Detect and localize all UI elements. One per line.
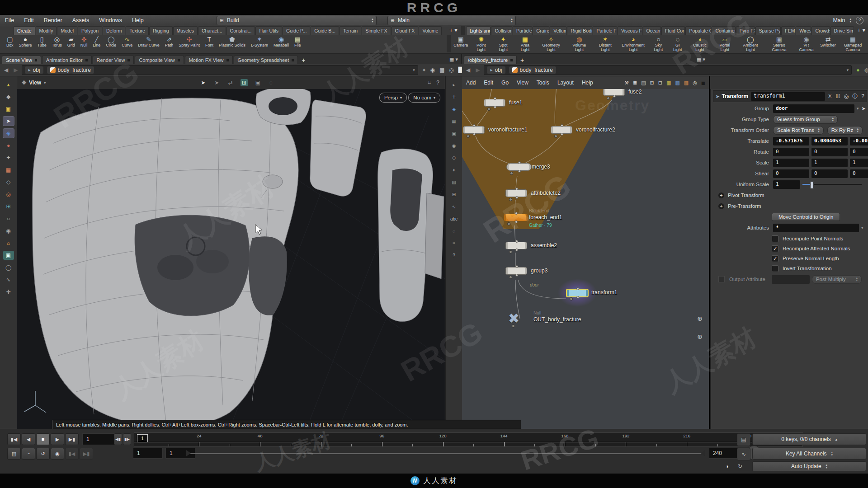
node-flag[interactable] — [509, 276, 512, 279]
add-view-icon[interactable]: ✚ — [3, 287, 14, 296]
shelf-tab[interactable]: Vellum — [550, 26, 566, 35]
pose-icon[interactable]: ⇄ — [227, 79, 234, 86]
uniform-scale-slider[interactable] — [802, 184, 862, 185]
prev-key-button[interactable]: ▮◀ — [65, 448, 79, 460]
orbit-icon[interactable]: ◯ — [3, 263, 14, 272]
translate-z-field[interactable]: -0.00339394 — [850, 137, 868, 145]
stop-button[interactable]: ■ — [36, 433, 50, 445]
transform-order-dropdown[interactable]: Scale Rot Trans ▴ ▾ — [773, 126, 824, 135]
network-editor[interactable]: Geometry fuse1 fuse2 — [462, 89, 709, 436]
shelf-tool[interactable]: ◯ Ambient Light — [736, 35, 764, 52]
scale-z-field[interactable]: 1 — [850, 159, 868, 167]
menu-item[interactable]: Help — [127, 17, 149, 23]
auto-update-selector[interactable]: Auto Update ▴ ▾ — [752, 461, 866, 471]
houdini-badge-icon[interactable]: ℍ — [836, 93, 840, 99]
shelf-tool[interactable]: ▢ Box — [4, 35, 16, 52]
fuse1[interactable]: fuse1 — [484, 99, 505, 107]
node-flag[interactable] — [509, 250, 512, 253]
add-shelf-tab-button[interactable]: + ▾ — [854, 26, 868, 35]
menu-item[interactable]: Go — [497, 80, 513, 86]
shelf-tab[interactable]: Container... — [712, 26, 735, 35]
layout-selector[interactable]: ⊕ Main ▴ ▾ — [387, 16, 516, 25]
global-start-field[interactable]: 1 — [133, 448, 163, 459]
foreach_end1[interactable]: Block End foreach_end1 Gather · 79 — [504, 214, 528, 221]
normals-icon[interactable]: ⊙ — [448, 153, 459, 162]
pane-tab[interactable]: Composite View — [135, 56, 184, 64]
shelf-tab[interactable]: Muscles — [173, 26, 198, 35]
shelf-tab[interactable]: Texture — [126, 26, 148, 35]
node-body[interactable] — [505, 267, 527, 275]
shelf-tab[interactable]: Particle Fl... — [593, 26, 617, 35]
checkbox[interactable] — [772, 255, 778, 262]
post-multiply-dropdown[interactable]: Post-Multiply ▴ ▾ — [812, 275, 862, 284]
shelf-tool[interactable]: ✧ Geometry Light — [536, 35, 566, 52]
grid-menu-icon[interactable]: ▦ — [439, 67, 444, 73]
select-arrow-icon[interactable]: ➤ — [3, 117, 14, 126]
step-back-button[interactable]: ◀▮ — [114, 433, 122, 445]
pane-tab[interactable]: Render View — [93, 56, 134, 64]
objects-icon[interactable]: ◆ — [3, 92, 14, 101]
render-icon[interactable]: ● — [3, 141, 14, 150]
path-node-chip[interactable]: body_fracture — [509, 66, 556, 74]
shelf-tab[interactable]: Polygon — [78, 26, 102, 35]
cook-mode-icon[interactable]: ◍ — [864, 67, 868, 73]
uniform-scale-field[interactable]: 1 — [773, 180, 800, 189]
merge3[interactable]: merge3 — [506, 163, 532, 171]
shelf-tab[interactable]: Modify — [36, 26, 57, 35]
node-body[interactable] — [566, 289, 589, 297]
checkbox[interactable] — [772, 235, 778, 242]
node-flag[interactable] — [570, 297, 573, 300]
shelf-tool[interactable]: ⇗ Path — [162, 35, 176, 52]
pane-tab[interactable]: /obj/body_fracture — [464, 56, 517, 64]
add-icon[interactable]: ✛ — [448, 92, 459, 101]
grid-display-icon[interactable]: ▦ — [448, 117, 459, 126]
range-end-field[interactable]: 240 — [709, 448, 739, 459]
shelf-tool[interactable]: ▦ Area Light — [514, 35, 536, 52]
forward-icon[interactable]: ▶ — [474, 67, 481, 73]
collapse-icon[interactable]: ▸ — [448, 80, 459, 89]
home-icon[interactable]: ⌂ — [3, 239, 14, 248]
shelf-tool[interactable]: ▰ Grid — [65, 35, 78, 52]
voronoifracture1[interactable]: voronoifracture1 — [463, 126, 485, 134]
audio-options-button[interactable]: ◔ — [22, 448, 35, 460]
shelf-tool[interactable]: ✎ Draw Curve — [135, 35, 162, 52]
forward-icon[interactable]: ▶ — [12, 67, 19, 73]
snapshot-icon[interactable]: ✦ — [3, 153, 14, 162]
node-flag[interactable] — [510, 172, 513, 175]
shelf-tab[interactable]: Charact... — [198, 26, 226, 35]
snapshot-icon[interactable]: ◎ — [449, 67, 453, 73]
shelf-tool[interactable]: ✺ Point Light — [470, 35, 492, 52]
pretransform-section[interactable]: + Pre-Transform — [714, 202, 866, 211]
channel-scope-icon[interactable]: ∿ — [737, 448, 750, 460]
shelf-divider[interactable] — [461, 26, 465, 35]
pane-menu-icon[interactable]: ▦ ▾ — [449, 56, 458, 62]
frame-range-slider[interactable] — [186, 450, 705, 456]
node-body[interactable] — [505, 242, 527, 249]
zoom-reset-icon[interactable]: ⊕ — [697, 333, 703, 340]
radial-menu-icon[interactable]: ◉ — [430, 67, 434, 73]
shelf-tool[interactable]: ◌ GI Light — [669, 35, 687, 52]
node-flag[interactable] — [607, 97, 610, 100]
keys-info-button[interactable]: 0 keys, 0/0 channels▴ — [752, 433, 866, 445]
shelf-tool[interactable]: ✦ Spot Light — [492, 35, 514, 52]
attribdelete2[interactable]: attribdelete2 — [505, 189, 527, 197]
wave-icon[interactable]: ∿ — [3, 275, 14, 284]
shelf-tab[interactable]: Rigging — [149, 26, 173, 35]
translate-y-field[interactable]: 0.0804053 — [811, 137, 848, 145]
shelf-tab[interactable]: Cloud FX — [392, 26, 419, 35]
lookat-icon[interactable]: ◌ — [268, 79, 274, 86]
play-button[interactable]: ▶ — [51, 433, 64, 445]
play-reverse-button[interactable]: ◀ — [22, 433, 35, 445]
split-view-icon[interactable]: ⌗ — [428, 80, 431, 86]
node-body[interactable] — [505, 189, 527, 197]
rotate-z-field[interactable]: 0 — [850, 148, 868, 156]
shelf-tab[interactable]: Constrai... — [226, 26, 255, 35]
menu-item[interactable]: Render — [39, 17, 67, 23]
pin-icon[interactable]: ⌖ — [423, 67, 426, 73]
shelf-tab[interactable]: Collisions — [491, 26, 512, 35]
shear-y-field[interactable]: 0 — [811, 169, 848, 178]
wrench-icon[interactable]: ⚒ — [624, 80, 629, 86]
menu-item[interactable]: File — [0, 17, 19, 23]
pane-menu-icon[interactable]: ▦ ▾ — [697, 56, 705, 62]
shelf-tool[interactable]: ◎ Torus — [49, 35, 65, 52]
